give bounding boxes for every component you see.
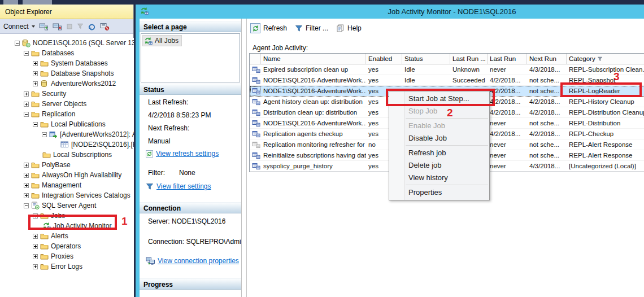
cell-last_run: never bbox=[488, 118, 527, 128]
column-header-last_run[interactable]: Last Run bbox=[488, 54, 527, 64]
window-titlebar[interactable]: Job Activity Monitor - NODE1\SQL2016 bbox=[136, 5, 644, 19]
collapse-minus-icon[interactable] bbox=[15, 41, 20, 46]
folder-icon bbox=[31, 90, 40, 97]
server-error-icon[interactable] bbox=[100, 23, 110, 30]
menu-item-delete-job[interactable]: Delete job bbox=[389, 159, 489, 172]
help-button[interactable]: Help bbox=[336, 24, 362, 32]
grid-header-row: NameEnabledStatusLast Run ...Last RunNex… bbox=[250, 54, 644, 64]
connect-server-icon[interactable] bbox=[39, 23, 49, 30]
toolbar-button-label: Refresh bbox=[263, 24, 287, 32]
menu-item-disable-job[interactable]: Disable Job bbox=[389, 132, 489, 145]
column-header-label: Category bbox=[569, 54, 595, 64]
tree-item-integration-services-catalogs[interactable]: Integration Services Catalogs bbox=[0, 190, 134, 200]
tree-item-local-publications[interactable]: Local Publications bbox=[0, 119, 134, 129]
view-refresh-settings-label[interactable]: View refresh settings bbox=[156, 150, 219, 158]
job-row-2[interactable]: NODE1\SQL2016-AdventureWork...yesIdleSuc… bbox=[250, 75, 644, 86]
column-header-last_run_outcome[interactable]: Last Run ... bbox=[450, 54, 488, 64]
tree-item-database-snapshots[interactable]: Database Snapshots bbox=[0, 68, 134, 78]
refresh-button[interactable]: Refresh bbox=[250, 23, 287, 33]
tree-item-alerts[interactable]: Alerts bbox=[0, 231, 134, 241]
disconnect-server-icon[interactable] bbox=[53, 23, 62, 30]
collapse-minus-icon[interactable] bbox=[42, 132, 47, 137]
tree-item-adventureworks2012-ad[interactable]: [AdventureWorks2012]: Ad bbox=[0, 129, 134, 139]
view-connection-properties-label[interactable]: View connection properties bbox=[158, 257, 239, 265]
menu-item-properties[interactable]: Properties bbox=[389, 186, 489, 199]
column-filter-icon bbox=[597, 56, 603, 62]
menu-item-refresh-job[interactable]: Refresh job bbox=[389, 147, 489, 159]
expand-plus-icon[interactable] bbox=[24, 102, 29, 107]
view-filter-settings-label[interactable]: View filter settings bbox=[156, 182, 211, 190]
folder-icon bbox=[31, 50, 40, 56]
expand-plus-icon[interactable] bbox=[24, 163, 29, 168]
job-row-1[interactable]: Expired subscription clean upyesIdleUnkn… bbox=[250, 64, 644, 75]
tree-item-label: Local Subscriptions bbox=[51, 150, 112, 160]
tree-item-error-logs[interactable]: Error Logs bbox=[0, 261, 134, 272]
refresh-icon[interactable] bbox=[88, 23, 96, 30]
page-list-item-all-jobs[interactable]: All Jobs bbox=[142, 35, 182, 46]
expand-plus-icon[interactable] bbox=[33, 264, 38, 269]
job-icon bbox=[252, 77, 260, 84]
tree-item-adventureworks2012[interactable]: AdventureWorks2012 bbox=[0, 78, 134, 89]
tree-item-jobs[interactable]: Jobs bbox=[0, 211, 134, 221]
expand-plus-icon[interactable] bbox=[33, 254, 38, 259]
expand-plus-icon[interactable] bbox=[33, 61, 38, 66]
column-header-next_run[interactable]: Next Run bbox=[527, 54, 567, 64]
menu-item-view-history[interactable]: View history bbox=[389, 172, 489, 184]
cell-text: NODE1\SQL2016-AdventureWork... bbox=[263, 75, 366, 85]
expand-plus-icon[interactable] bbox=[24, 183, 29, 188]
connect-button[interactable]: Connect bbox=[3, 23, 35, 30]
expand-plus-icon[interactable] bbox=[24, 193, 29, 198]
view-connection-properties-link[interactable]: View connection properties bbox=[146, 257, 239, 265]
cell-text: yes bbox=[368, 161, 378, 171]
folder-icon bbox=[40, 212, 49, 219]
cell-last_run: never bbox=[488, 64, 527, 75]
tree-item-databases[interactable]: Databases bbox=[0, 48, 134, 58]
column-header-category[interactable]: Category bbox=[567, 54, 644, 64]
collapse-minus-icon[interactable] bbox=[24, 112, 29, 117]
stop-icon[interactable] bbox=[66, 23, 73, 30]
job-icon bbox=[252, 163, 260, 170]
tree-item-operators[interactable]: Operators bbox=[0, 241, 134, 251]
tree-item-system-databases[interactable]: System Databases bbox=[0, 58, 134, 68]
tree-item-alwayson-high-availability[interactable]: AlwaysOn High Availability bbox=[0, 170, 134, 180]
column-header-label: Name bbox=[263, 54, 281, 64]
tree-item-local-subscriptions[interactable]: Local Subscriptions bbox=[0, 150, 134, 160]
expand-plus-icon[interactable] bbox=[24, 173, 29, 178]
expand-plus-icon[interactable] bbox=[33, 81, 38, 86]
tree-item-job-activity-monitor[interactable]: Job Activity Monitor bbox=[0, 221, 134, 231]
view-filter-settings-link[interactable]: View filter settings bbox=[146, 182, 211, 190]
tree-item-management[interactable]: Management bbox=[0, 180, 134, 190]
column-header-enabled[interactable]: Enabled bbox=[366, 54, 402, 64]
pane-splitter[interactable] bbox=[241, 19, 247, 297]
tree-item-proxies[interactable]: Proxies bbox=[0, 251, 134, 261]
job-icon bbox=[250, 118, 261, 128]
column-header-name[interactable]: Name bbox=[261, 54, 366, 64]
tree-item-server-objects[interactable]: Server Objects bbox=[0, 99, 134, 109]
view-refresh-settings-link[interactable]: View refresh settings bbox=[146, 150, 219, 158]
collapse-minus-icon[interactable] bbox=[33, 122, 38, 127]
tree-item-sql-server-agent[interactable]: SQL Server Agent bbox=[0, 200, 134, 211]
expand-plus-icon[interactable] bbox=[33, 244, 38, 249]
cell-text: never bbox=[490, 150, 506, 160]
filter-icon[interactable] bbox=[77, 23, 84, 29]
tree-item-security[interactable]: Security bbox=[0, 89, 134, 99]
expand-plus-icon[interactable] bbox=[33, 234, 38, 239]
expand-plus-icon[interactable] bbox=[33, 213, 38, 219]
tree-item-node1-sql2016-sql-server-13-0-160[interactable]: NODE1\SQL2016 (SQL Server 13.0.160 bbox=[0, 38, 134, 48]
expand-plus-icon[interactable] bbox=[33, 71, 38, 76]
toolbar-button-label: Help bbox=[347, 24, 362, 32]
column-header-status[interactable]: Status bbox=[402, 54, 450, 64]
tree-item-replication[interactable]: Replication bbox=[0, 109, 134, 119]
collapse-minus-icon[interactable] bbox=[24, 203, 29, 208]
collapse-minus-icon[interactable] bbox=[24, 51, 29, 56]
filter-button[interactable]: Filter ... bbox=[295, 24, 328, 32]
tree-item-label: [NODE2\SQL2016].[Pro bbox=[69, 139, 134, 150]
cell-text: REPL-History Cleanup bbox=[569, 97, 634, 107]
job-icon bbox=[252, 141, 260, 148]
cell-text: 4/2/2018... bbox=[529, 129, 560, 139]
menu-item-start-job-at-step[interactable]: Start Job at Step... bbox=[389, 93, 489, 105]
expand-plus-icon[interactable] bbox=[24, 91, 29, 97]
tree-item-node2-sql2016-pro[interactable]: [NODE2\SQL2016].[Pro bbox=[0, 139, 134, 150]
tree-item-polybase[interactable]: PolyBase bbox=[0, 160, 134, 170]
job-icon bbox=[250, 150, 261, 160]
